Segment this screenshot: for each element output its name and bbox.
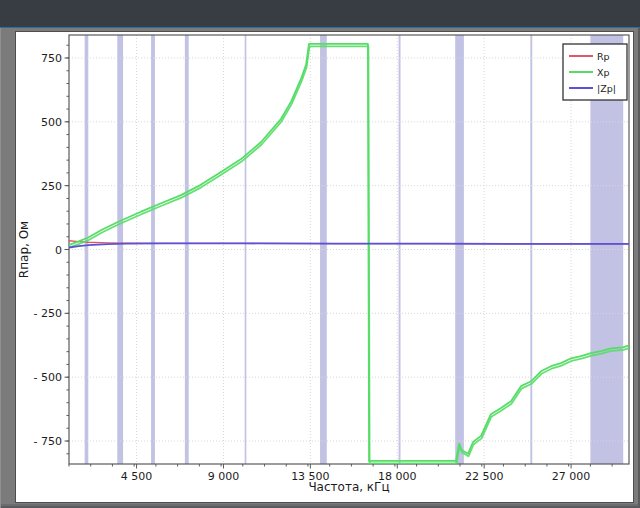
tick-labels: 4 5009 00013 50018 00022 50027 000- 750-…: [34, 52, 591, 483]
impedance-chart[interactable]: 4 5009 00013 50018 00022 50027 000- 750-…: [16, 32, 633, 502]
tab-ksv-label: КСВ: [9, 7, 35, 26]
legend-label: Xp: [597, 67, 610, 78]
tab-reflectometer-label: Рефлектометр: [24, 7, 50, 26]
y-tick-label: 750: [41, 52, 62, 65]
analyzer-window: КСВ Фаза Z=R+jX Z=R||+jX ВП Рефлектометр…: [0, 0, 640, 508]
legend-label: Rp: [597, 51, 610, 62]
legend-label: |Zp|: [597, 83, 616, 94]
chart-panel: 4 5009 00013 50018 00022 50027 000- 750-…: [15, 31, 634, 503]
y-axis-title: Rпар, Ом: [17, 221, 31, 278]
x-tick-label: 4 500: [121, 470, 153, 483]
y-tick-label: 250: [41, 180, 62, 193]
x-axis-title: Частота, кГц: [308, 480, 389, 494]
x-tick-label: 22 500: [465, 470, 504, 483]
tab-faza-label: Фаза: [12, 7, 38, 26]
y-tick-label: 500: [41, 116, 62, 129]
tab-bar: КСВ Фаза Z=R+jX Z=R||+jX ВП Рефлектометр…: [0, 0, 640, 28]
axis-ticks: [65, 45, 613, 468]
legend: RpXp|Zp|: [563, 44, 627, 100]
x-tick-label: 9 000: [208, 470, 240, 483]
tab-vp-label: ВП: [21, 7, 47, 26]
y-tick-label: - 250: [34, 307, 62, 320]
tab-z-parallel-label: Z=R||+jX: [18, 3, 44, 26]
y-tick-label: 0: [55, 244, 62, 257]
y-tick-label: - 750: [34, 435, 62, 448]
tab-smith-label: Смит: [27, 7, 53, 26]
x-tick-label: 27 000: [552, 470, 591, 483]
y-tick-label: - 500: [34, 371, 62, 384]
tab-z-series-label: Z=R+jX: [15, 7, 41, 26]
